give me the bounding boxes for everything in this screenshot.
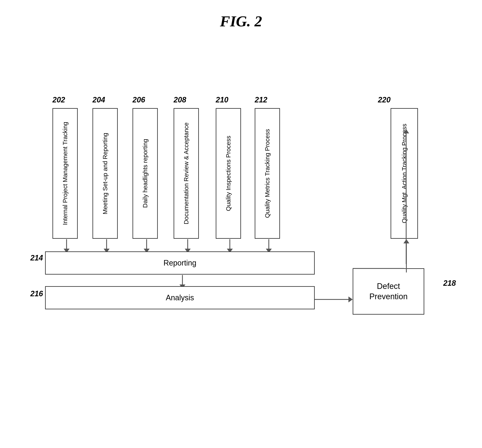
connector-defect-to-220 (353, 268, 404, 269)
defect-prevention-box: DefectPrevention (353, 268, 424, 315)
ref-206: 206 (133, 96, 145, 104)
ref-208: 208 (174, 96, 186, 104)
diagram-container: 202 204 206 208 210 212 220 Internal Pro… (20, 47, 462, 405)
box-208: Documentation Review & Acceptance (174, 108, 199, 239)
box-204: Meeting Set-up and Reporting (93, 108, 118, 239)
arrow-down-204 (104, 239, 110, 253)
box-210: Quality Inspections Process (216, 108, 241, 239)
ref-202: 202 (52, 96, 65, 104)
ref-210: 210 (216, 96, 228, 104)
arrow-down-202 (64, 239, 70, 253)
ref-218: 218 (443, 279, 456, 288)
box-212: Quality Metrics Tracking Process (255, 108, 280, 239)
box-206: Daily headlights reporting (133, 108, 158, 239)
arrow-right-analysis (315, 296, 353, 302)
arrow-up-to-220 (403, 239, 409, 272)
page-title: FIG. 2 (0, 0, 482, 30)
arrow-down-208 (185, 239, 191, 253)
analysis-box: Analysis (45, 286, 315, 309)
arrow-down-206 (144, 239, 150, 253)
ref-214: 214 (30, 254, 43, 262)
ref-216: 216 (30, 289, 43, 298)
reporting-box: Reporting (45, 251, 315, 275)
box-202: Internal Project Management Tracking (52, 108, 78, 239)
arrow-down-210 (227, 239, 233, 253)
ref-220: 220 (378, 96, 391, 104)
ref-204: 204 (93, 96, 105, 104)
ref-212: 212 (255, 96, 267, 104)
arrow-down-212 (266, 239, 272, 253)
